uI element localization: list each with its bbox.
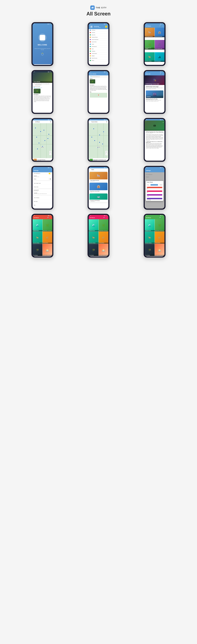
map-back-icon[interactable]: ← <box>34 121 35 122</box>
green-card-3[interactable]: 🐎 De'ranch Lembang <box>145 232 154 244</box>
push-toggle[interactable] <box>49 173 51 174</box>
color-option-deep-purple[interactable]: Deep Purple <box>146 197 163 201</box>
green-ap-search[interactable]: 🔍 <box>160 217 161 218</box>
pink-ap-search[interactable]: 🔍 <box>104 217 105 218</box>
ap-menu-icon[interactable]: ⋮ <box>162 25 163 27</box>
pink-card-5[interactable]: 🎋 Dusun Bambu <box>89 244 98 256</box>
pink-ap-menu[interactable]: ⋮ <box>106 217 107 218</box>
mapf-pin-3[interactable] <box>94 140 96 141</box>
phone-detail2: 9:41 ▌▌▌ WiFi 🔋 Dusun Bambu ↗ 🌐 www.dusu… <box>88 70 110 114</box>
ap-card-trans-studio[interactable]: 🎠 Trans Studio Bandung <box>145 28 154 37</box>
mapf-pin-4[interactable] <box>102 143 103 145</box>
color-option-pink[interactable]: Pink <box>146 190 163 194</box>
browse-card-hotel[interactable]: 🏨 The Trans Luxury Hotel Hotels <box>90 183 108 193</box>
menu-search-button[interactable]: 🔍 <box>105 26 107 28</box>
color-option-purple[interactable]: Purple <box>146 194 163 197</box>
menu-item-transport[interactable]: Transportation <box>89 52 108 55</box>
news-menu-icon[interactable]: ⋮ <box>162 73 163 74</box>
map-layers-icon[interactable]: ⊞ <box>50 121 51 122</box>
color-option-default[interactable]: Clear Default <box>146 184 163 186</box>
det2-share-icon[interactable]: ↗ <box>106 73 107 75</box>
mapf-pin-8[interactable] <box>99 142 100 143</box>
map-pin-6[interactable] <box>38 142 40 144</box>
green-card-1[interactable]: 🌊 Tempuran Ponds <box>145 219 154 232</box>
menu-item-sport[interactable]: Sport <box>89 48 108 50</box>
mapf-layers-icon[interactable]: ⊞ <box>106 121 107 122</box>
red-ap-menu[interactable]: ⋮ <box>50 217 51 218</box>
pink-card-6[interactable]: 🌅 Atmosphere Beach Cafe <box>99 244 108 256</box>
pink-card-1[interactable]: 🌊 Tempuran Ponds <box>89 219 98 232</box>
settings-push-notifications[interactable]: Push Notifications <box>32 172 52 175</box>
mapf-pin-1[interactable] <box>93 128 94 130</box>
mapf-pin-7[interactable] <box>91 136 92 138</box>
browse-back-icon[interactable]: ← <box>90 169 91 170</box>
map-pin-det2 <box>98 94 99 96</box>
menu-item-all-places[interactable]: All Places <box>89 29 108 32</box>
ap-search-icon[interactable]: 🔍 <box>160 25 161 27</box>
settings-theme-color[interactable]: Theme Color <box>32 185 52 188</box>
url-bar[interactable]: 🌐 www.dusunbambu.com <box>90 76 107 78</box>
settings-clear-cache[interactable]: Clear Image Cache <box>32 181 52 185</box>
settings-rate[interactable]: Rate <box>32 203 52 207</box>
browse-card-terminal[interactable]: 🚌 Terminal Leuwi Panjang Transportation <box>90 194 108 202</box>
map-pin-5[interactable] <box>44 140 46 141</box>
color-option-red[interactable]: Red <box>146 186 163 190</box>
back-button-detail[interactable]: ← <box>34 73 34 76</box>
green-card-6[interactable]: 🌅 Atmosphere Beach Cafe <box>155 244 164 256</box>
red-card-1[interactable]: 🌊 Tempuran Ponds <box>32 219 42 232</box>
mapf-pin-5[interactable] <box>103 131 104 132</box>
menu-label: Money <box>92 60 94 61</box>
green-card-5[interactable]: 🎋 Dusun Bambu <box>145 244 154 256</box>
pink-card-3[interactable]: 🐎 De'ranch Lembang <box>89 232 98 244</box>
mapf-zoom-in[interactable]: + <box>105 151 108 153</box>
zoom-out-btn[interactable]: − <box>49 153 52 155</box>
red-card-6[interactable]: 🌅 Atmosphere Beach Cafe <box>42 244 52 256</box>
menu-item-news[interactable]: News Info <box>89 34 108 36</box>
red-card-5[interactable]: 🎋 Dusun Bambu <box>32 244 42 256</box>
green-card-2[interactable]: 🌿 Natural Resto and Stranda <box>155 219 164 232</box>
red-card-4[interactable]: 🛒 Floating Market <box>42 232 52 244</box>
red-ap-search[interactable]: 🔍 <box>47 217 49 218</box>
menu-item-hotels[interactable]: Hotels <box>89 43 108 46</box>
map-pin-2[interactable] <box>40 131 41 132</box>
ap-card-hilton[interactable]: 🏨 Hilton Bandung Hotel <box>155 28 164 37</box>
menu-item-money[interactable]: Money <box>89 60 108 62</box>
vibrate-toggle[interactable] <box>49 178 51 180</box>
map-pin-8[interactable] <box>37 148 38 150</box>
menu-item-favorites[interactable]: Favorites <box>89 32 108 34</box>
menu-item-public[interactable]: Public Services <box>89 57 108 60</box>
settings-terms[interactable]: Term & Policies <box>32 196 52 199</box>
ap-card-situ[interactable]: 🏞 Situ Patenggang <box>155 52 164 62</box>
map-pin-9[interactable] <box>47 138 48 139</box>
ap-card-saung[interactable]: 🎵 Saung Angklung Udjo <box>155 40 164 50</box>
art-title: [TIPS] Preparing Your Trip to Bandung <box>146 131 163 132</box>
map-pin-10[interactable] <box>48 134 50 135</box>
menu-item-religion[interactable]: Religion <box>89 55 108 57</box>
menu-item-food[interactable]: Food & Drink <box>89 41 108 43</box>
settings-more-apps[interactable]: More Apps <box>32 199 52 203</box>
settings-vibrate[interactable]: Vibrate <box>32 178 52 180</box>
pink-card-2[interactable]: 🌿 Natural Resto and Stranda <box>99 219 108 232</box>
ap-card-deranch[interactable]: 🐎 De'ranch Lembang <box>145 52 154 62</box>
settings-ringtone[interactable]: Ringtone Default (Free Sim) <box>32 175 52 178</box>
pink-card-4[interactable]: 🛒 Floating Market <box>99 232 108 244</box>
map-pin-3[interactable] <box>36 136 37 138</box>
red-card-3[interactable]: 🐎 De'ranch Lembang <box>32 232 42 244</box>
menu-item-entertainment[interactable]: Entertainment <box>89 46 108 48</box>
browse-card-trans[interactable]: 🎠 Trans Studio Bandung Entertainment <box>90 172 108 182</box>
zoom-in-btn[interactable]: + <box>49 151 52 153</box>
ap-card-natural-resto[interactable]: 🌿 Natural Resto and Srawaka <box>145 40 154 50</box>
map-pin-1[interactable] <box>35 127 36 129</box>
red-card-2[interactable]: 🌿 Natural Resto and Stranda <box>42 219 52 232</box>
green-ap-menu[interactable]: ⋮ <box>162 217 163 218</box>
settings-about[interactable]: About <box>32 207 52 208</box>
map-pin-4[interactable] <box>43 129 45 131</box>
mapf-back-icon[interactable]: ← <box>90 121 91 122</box>
mapf-zoom-out[interactable]: − <box>105 153 108 155</box>
news-search-icon[interactable]: 🔍 <box>160 73 162 74</box>
menu-item-featured[interactable]: Featured Places <box>89 36 108 38</box>
status-icons-art: ▌▌▌ WiFi 🔋 <box>160 120 163 120</box>
menu-item-tourist[interactable]: Tourist Destination <box>89 38 108 41</box>
menu-item-shopping[interactable]: Shopping <box>89 50 108 52</box>
green-card-4[interactable]: 🛒 Floating Market <box>155 232 164 244</box>
